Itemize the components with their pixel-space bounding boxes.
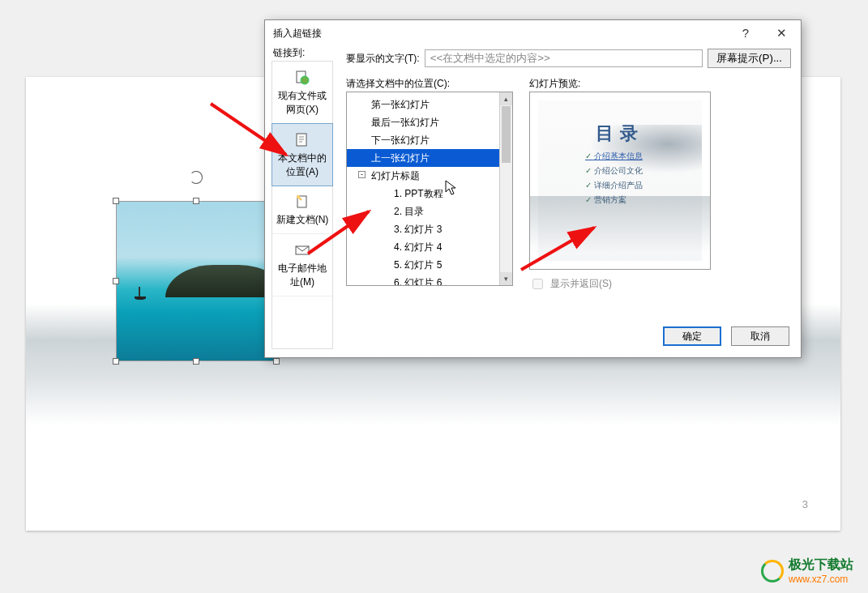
link-to-label: 链接到: bbox=[273, 46, 305, 60]
svg-point-1 bbox=[301, 76, 309, 84]
page-target-icon bbox=[294, 132, 310, 148]
link-item-label: 新建文档(N) bbox=[276, 214, 329, 225]
display-text-label: 要显示的文字(T): bbox=[346, 52, 420, 66]
dialog-title: 插入超链接 bbox=[273, 20, 322, 46]
rotate-handle-icon[interactable] bbox=[190, 171, 203, 184]
resize-handle[interactable] bbox=[273, 358, 280, 365]
link-item-label: 本文档中的位置(A) bbox=[278, 152, 327, 177]
show-return-input bbox=[532, 279, 543, 289]
preview-bullet: 营销方案 bbox=[585, 193, 643, 207]
envelope-icon bbox=[294, 242, 310, 258]
tree-item-last-slide[interactable]: 最后一张幻灯片 bbox=[347, 113, 512, 131]
show-and-return-checkbox: 显示并返回(S) bbox=[529, 276, 612, 292]
location-label: 请选择文档中的位置(C): bbox=[346, 77, 450, 91]
tree-item-slide[interactable]: 6. 幻灯片 6 bbox=[347, 274, 512, 286]
tree-item-slide[interactable]: 3. 幻灯片 3 bbox=[347, 220, 512, 238]
cursor-icon bbox=[445, 180, 458, 199]
tree-item-slide[interactable]: 4. 幻灯片 4 bbox=[347, 238, 512, 256]
resize-handle[interactable] bbox=[113, 198, 119, 204]
tree-item-next-slide[interactable]: 下一张幻灯片 bbox=[347, 131, 512, 149]
watermark-url: www.xz7.com bbox=[789, 574, 853, 585]
svg-point-4 bbox=[297, 195, 300, 198]
scroll-down-icon[interactable]: ▾ bbox=[500, 272, 512, 285]
scroll-thumb[interactable] bbox=[502, 106, 511, 163]
image-content-boat bbox=[135, 287, 146, 300]
link-to-new-document[interactable]: 新建文档(N) bbox=[272, 186, 332, 234]
close-button[interactable]: ✕ bbox=[770, 20, 793, 46]
link-item-label: 电子邮件地址(M) bbox=[278, 262, 327, 288]
tree-item-prev-slide[interactable]: 上一张幻灯片 bbox=[347, 149, 512, 167]
resize-handle[interactable] bbox=[193, 198, 199, 204]
screen-tip-button[interactable]: 屏幕提示(P)... bbox=[708, 49, 791, 68]
link-to-sidebar: 现有文件或网页(X) 本文档中的位置(A) 新建文档(N) 电子邮件地址(M) bbox=[272, 61, 333, 349]
insert-hyperlink-dialog: 插入超链接 ? ✕ 链接到: 现有文件或网页(X) 本文档中的位置(A) 新建文… bbox=[264, 19, 802, 358]
help-button[interactable]: ? bbox=[734, 20, 757, 46]
page-number: 3 bbox=[802, 498, 808, 510]
ok-button[interactable]: 确定 bbox=[663, 326, 721, 346]
link-item-label: 现有文件或网页(X) bbox=[278, 90, 327, 115]
preview-title: 目录 bbox=[538, 122, 702, 146]
tree-item-first-slide[interactable]: 第一张幻灯片 bbox=[347, 96, 512, 113]
display-text-input bbox=[425, 49, 703, 67]
preview-bullet: 介绍基本信息 bbox=[585, 149, 643, 164]
tree-item-slide[interactable]: 1. PPT教程 bbox=[347, 185, 512, 203]
preview-bullet: 介绍公司文化 bbox=[585, 164, 643, 178]
link-to-existing-file[interactable]: 现有文件或网页(X) bbox=[272, 62, 332, 124]
show-return-label: 显示并返回(S) bbox=[550, 277, 612, 291]
slide-preview: 目录 介绍基本信息 介绍公司文化 详细介绍产品 营销方案 bbox=[529, 92, 711, 270]
dialog-titlebar[interactable]: 插入超链接 ? ✕ bbox=[265, 20, 801, 46]
preview-bullets: 介绍基本信息 介绍公司文化 详细介绍产品 营销方案 bbox=[585, 149, 643, 207]
link-to-email[interactable]: 电子邮件地址(M) bbox=[272, 234, 332, 296]
watermark-logo-icon bbox=[761, 560, 784, 582]
tree-item-slide[interactable]: 5. 幻灯片 5 bbox=[347, 256, 512, 274]
link-to-place-in-doc[interactable]: 本文档中的位置(A) bbox=[272, 123, 333, 186]
tree-item-slide-titles[interactable]: - 幻灯片标题 bbox=[347, 167, 512, 185]
tree-group-label: 幻灯片标题 bbox=[371, 170, 420, 181]
preview-bullet: 详细介绍产品 bbox=[585, 178, 643, 193]
new-page-icon bbox=[294, 194, 310, 210]
page-globe-icon bbox=[294, 70, 310, 86]
watermark: 极光下载站 www.xz7.com bbox=[761, 557, 853, 585]
resize-handle[interactable] bbox=[193, 358, 199, 365]
location-tree[interactable]: 第一张幻灯片 最后一张幻灯片 下一张幻灯片 上一张幻灯片 - 幻灯片标题 1. … bbox=[346, 92, 513, 286]
scrollbar[interactable]: ▴ ▾ bbox=[499, 92, 512, 285]
selected-image[interactable] bbox=[116, 201, 276, 361]
collapse-icon[interactable]: - bbox=[358, 171, 366, 178]
watermark-name: 极光下载站 bbox=[789, 557, 853, 571]
preview-label: 幻灯片预览: bbox=[529, 77, 580, 91]
cancel-button[interactable]: 取消 bbox=[731, 326, 789, 346]
resize-handle[interactable] bbox=[113, 278, 119, 284]
tree-item-slide[interactable]: 2. 目录 bbox=[347, 203, 512, 220]
resize-handle[interactable] bbox=[113, 358, 119, 365]
scroll-up-icon[interactable]: ▴ bbox=[500, 92, 512, 105]
